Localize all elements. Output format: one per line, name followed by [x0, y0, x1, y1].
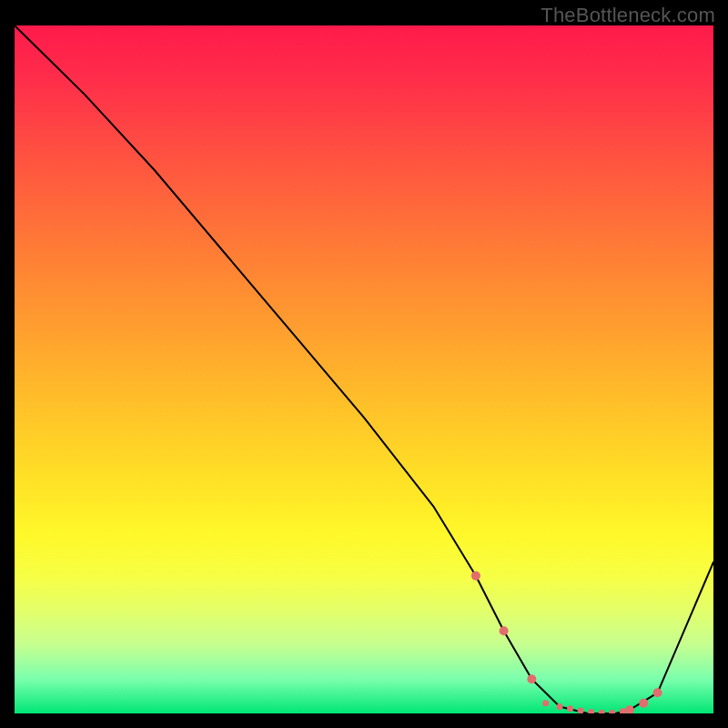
marker-dot — [653, 688, 662, 697]
plot-area — [15, 25, 713, 713]
marker-dot — [557, 703, 563, 710]
marker-dot — [609, 710, 615, 713]
marker-dot — [542, 700, 549, 706]
marker-dot — [588, 709, 594, 713]
marker-group — [471, 571, 662, 713]
marker-dot — [578, 707, 584, 713]
marker-dot — [599, 710, 605, 713]
marker-dot — [620, 708, 626, 713]
marker-dot — [625, 705, 634, 713]
marker-dot — [639, 699, 648, 708]
marker-dot — [527, 674, 536, 683]
marker-dot — [471, 571, 480, 581]
chart-svg — [15, 25, 713, 713]
marker-dot — [500, 626, 509, 635]
marker-dot — [567, 705, 573, 712]
watermark-text: TheBottleneck.com — [541, 4, 715, 27]
curve-line — [15, 25, 713, 713]
chart-stage: TheBottleneck.com — [0, 0, 728, 728]
